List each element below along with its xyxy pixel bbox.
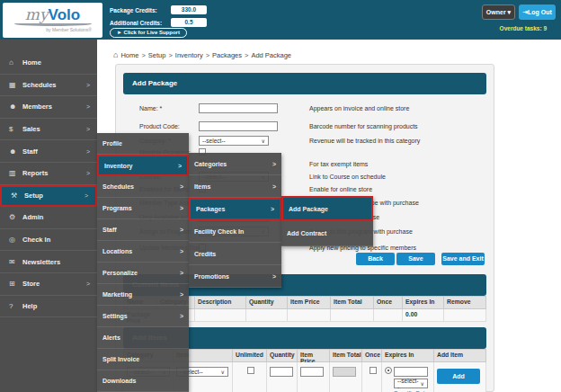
- chevron-right-icon: >: [86, 281, 90, 287]
- sidebar-item-help[interactable]: ? Help: [0, 296, 97, 318]
- inventory-submenu: Categories > Items > Packages > Facility…: [189, 153, 281, 288]
- item-price-input[interactable]: [300, 367, 324, 377]
- wrench-icon: ⚒: [11, 192, 24, 200]
- chevron-right-icon: >: [180, 205, 183, 211]
- back-button[interactable]: Back: [356, 253, 395, 265]
- chart-icon: ▥: [9, 169, 22, 177]
- field-help: Appears on invoice and online store: [309, 105, 409, 111]
- chevron-right-icon: >: [180, 291, 183, 298]
- chevron-right-icon: >: [85, 192, 88, 199]
- chevron-right-icon: >: [180, 270, 183, 276]
- breadcrumb-inventory[interactable]: Inventory: [175, 51, 203, 59]
- chevron-right-icon: >: [86, 170, 90, 176]
- sidebar-item-sales[interactable]: $ Sales >: [0, 119, 97, 141]
- menu-item-profile[interactable]: Profile: [97, 133, 189, 155]
- menu-item-locations[interactable]: Locations >: [97, 241, 189, 263]
- column-header: Expires In: [403, 296, 444, 309]
- credits-block: Package Credits: 330.0 Additional Credit…: [110, 4, 207, 30]
- column-header: Unlimited: [233, 349, 267, 362]
- column-header: Item Price: [298, 349, 330, 362]
- menu-item-credits[interactable]: Credits: [189, 243, 281, 265]
- chevron-right-icon: >: [180, 227, 183, 233]
- breadcrumb-setup[interactable]: Setup: [148, 51, 166, 59]
- expires-in-unit-select[interactable]: --select-- ∨: [394, 379, 428, 388]
- save-button[interactable]: Save: [396, 253, 435, 265]
- menu-item-personalize[interactable]: Personalize >: [97, 263, 189, 284]
- name-input[interactable]: [199, 103, 278, 113]
- sidebar-nav: ⌂ Home ▦ Schedules > ☻ Members > $ Sales…: [0, 40, 97, 392]
- staff-icon: ☻: [9, 147, 22, 156]
- menu-item-staff[interactable]: Staff >: [97, 219, 189, 241]
- menu-item-facility-check-in[interactable]: Facility Check In: [189, 220, 281, 243]
- once-checkbox[interactable]: [370, 367, 377, 374]
- sidebar-item-check-in[interactable]: ◎ Check In: [0, 229, 97, 252]
- chevron-right-icon: >: [180, 248, 183, 254]
- breadcrumb: ⌂Home>Setup>Inventory>Packages>Add Packa…: [113, 50, 291, 59]
- sidebar-item-schedules[interactable]: ▦ Schedules >: [0, 75, 97, 97]
- menu-item-inventory[interactable]: Inventory >: [97, 155, 189, 176]
- field-help: Link to Course on schedule: [309, 174, 386, 180]
- menu-item-promotions[interactable]: Promotions >: [189, 265, 281, 288]
- owner-dropdown[interactable]: Owner ▾: [482, 4, 515, 20]
- form-row-name: Name: * Appears on invoice and online st…: [116, 102, 495, 114]
- gear-icon: ⚙: [9, 213, 22, 221]
- chevron-right-icon: >: [86, 103, 90, 110]
- setup-menu: Profile Inventory > Schedules > Programs…: [97, 133, 189, 392]
- sidebar-item-newsletters[interactable]: ✉ Newsletters: [0, 251, 97, 273]
- quantity-input[interactable]: [270, 367, 293, 377]
- chevron-right-icon: >: [272, 183, 276, 190]
- packages-submenu: Add Package Add Contract: [281, 196, 373, 246]
- column-header: Remove: [444, 296, 486, 309]
- sidebar-item-admin[interactable]: ⚙ Admin: [0, 207, 97, 229]
- menu-item-add-package[interactable]: Add Package: [281, 196, 373, 221]
- home-icon: ⌂: [9, 58, 22, 67]
- menu-item-items[interactable]: Items >: [189, 175, 281, 198]
- save-and-exit-button[interactable]: Save and Exit: [441, 253, 485, 265]
- dollar-icon: $: [9, 125, 22, 133]
- overdue-tasks-badge: Overdue tasks: 9: [500, 25, 547, 31]
- field-help: Enable for online store: [309, 186, 372, 192]
- breadcrumb-packages[interactable]: Packages: [212, 51, 242, 59]
- expires-in-input[interactable]: [394, 367, 428, 377]
- menu-item-add-contract[interactable]: Add Contract: [281, 221, 373, 246]
- menu-item-alerts[interactable]: Alerts: [97, 327, 189, 349]
- sidebar-item-store[interactable]: ⊞ Store >: [0, 273, 97, 296]
- live-support-button[interactable]: ► Click for Live Support: [110, 28, 187, 38]
- sidebar-item-staff[interactable]: ☻ Staff >: [0, 140, 97, 163]
- column-header: Quantity: [246, 296, 288, 309]
- chevron-right-icon: >: [180, 313, 183, 319]
- help-icon: ?: [9, 302, 22, 310]
- menu-item-marketing[interactable]: Marketing >: [97, 284, 189, 306]
- logo-tagline: by Member Solutions®: [3, 27, 102, 32]
- page-title: Add Package: [123, 73, 486, 94]
- column-header: Expires In: [382, 349, 434, 362]
- top-header: myVolo by Member Solutions® Package Cred…: [0, 0, 561, 40]
- sidebar-item-members[interactable]: ☻ Members >: [0, 96, 97, 119]
- menu-item-downloads[interactable]: Downloads: [97, 370, 189, 392]
- breadcrumb-current: Add Package: [251, 51, 291, 59]
- menu-item-split-invoice[interactable]: Split Invoice: [97, 349, 189, 370]
- add-item-button[interactable]: Add: [437, 369, 480, 384]
- breadcrumb-home[interactable]: Home: [120, 51, 138, 59]
- menu-item-packages[interactable]: Packages >: [189, 198, 281, 220]
- sidebar-item-reports[interactable]: ▥ Reports >: [0, 163, 97, 185]
- item-total-input: [333, 367, 356, 377]
- category-select[interactable]: --select-- ∨: [199, 136, 269, 146]
- chevron-right-icon: >: [86, 126, 90, 132]
- logout-button[interactable]: ⇥Log Out: [519, 4, 556, 20]
- column-header: Add Item: [434, 349, 486, 362]
- sidebar-item-setup[interactable]: ⚒ Setup >: [0, 185, 97, 208]
- package-credits-value: 330.0: [171, 5, 207, 14]
- menu-item-settings[interactable]: Settings >: [97, 306, 189, 327]
- menu-item-schedules[interactable]: Schedules >: [97, 176, 189, 198]
- expires-in-radio[interactable]: [385, 367, 392, 374]
- menu-item-programs[interactable]: Programs >: [97, 198, 189, 219]
- member-icon: ☻: [9, 102, 22, 111]
- menu-item-categories[interactable]: Categories >: [189, 153, 281, 175]
- sidebar-item-home[interactable]: ⌂ Home: [0, 52, 97, 75]
- app-window: myVolo by Member Solutions® Package Cred…: [0, 0, 561, 392]
- product-code-input[interactable]: [199, 121, 278, 131]
- column-header: Quantity: [267, 349, 298, 362]
- unlimited-checkbox[interactable]: [247, 367, 254, 374]
- chevron-right-icon: >: [178, 163, 182, 169]
